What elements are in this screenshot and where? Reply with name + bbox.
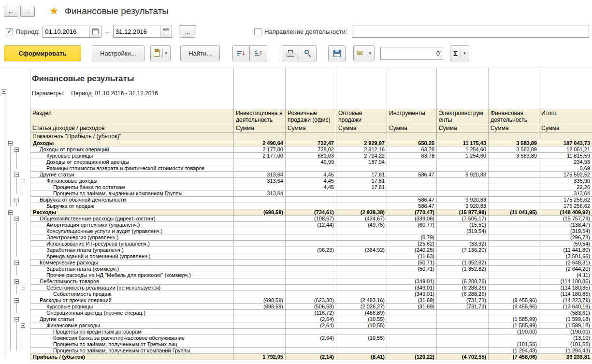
- collapse-group-icon[interactable]: [14, 279, 19, 284]
- print-preview-button[interactable]: [299, 45, 317, 61]
- mail-button[interactable]: ✉ ▾: [353, 45, 375, 61]
- cell-value: [336, 328, 387, 335]
- cell-value: [286, 190, 336, 196]
- expand-groups-button[interactable]: [250, 45, 267, 61]
- header-row-article: Статья доходов / расходов Сумма Сумма Су…: [30, 124, 592, 132]
- header-column: Оптовые продажи: [336, 109, 387, 124]
- group-bracket-line: [16, 203, 17, 206]
- cell-value: (25,62): [387, 240, 437, 247]
- cell-value: 313,64: [539, 190, 592, 196]
- table-row: Другие статьи313,644,4517,81586,479 920,…: [30, 171, 592, 177]
- cell-value: [234, 291, 286, 297]
- table-row: Общехозяйственные расходы (директ-костин…: [30, 215, 592, 221]
- cell-value: [437, 335, 489, 341]
- collapse-group-icon[interactable]: [14, 173, 19, 177]
- collapse-groups-button[interactable]: [232, 45, 250, 61]
- cell-value: [286, 284, 336, 291]
- period-to-calendar-button[interactable]: [160, 26, 172, 37]
- report-title-cell: Финансовые результаты Параметры:Период: …: [30, 68, 234, 109]
- direction-input[interactable]: [352, 26, 589, 38]
- cell-value: [489, 215, 539, 221]
- cell-value: [387, 335, 437, 341]
- group-bracket-line: [10, 146, 11, 206]
- collapse-group-icon[interactable]: [8, 210, 13, 215]
- generate-button[interactable]: Сформировать: [4, 45, 81, 61]
- clipboard-icon: [154, 50, 159, 57]
- collapse-group-icon[interactable]: [14, 198, 19, 202]
- group-bracket-line: [16, 284, 17, 294]
- group-bracket-line: [23, 328, 23, 351]
- dropdown-icon: ▾: [461, 49, 466, 58]
- cell-value: [387, 159, 437, 165]
- cell-value: 681,03: [286, 152, 336, 159]
- collapse-group-icon[interactable]: [14, 217, 19, 221]
- period-checkbox[interactable]: ✓: [6, 28, 13, 35]
- header-column: Электроинструм енты: [437, 109, 489, 124]
- save-button[interactable]: [328, 45, 346, 61]
- cell-value: (190,00): [539, 328, 592, 335]
- collapse-group-icon[interactable]: [14, 298, 19, 303]
- cell-value: [387, 322, 437, 328]
- period-from-input[interactable]: [43, 26, 89, 37]
- row-label: Себестоимость продаж: [30, 291, 234, 297]
- print-button[interactable]: [282, 45, 299, 61]
- row-label: Проценты банка по остаткам: [30, 184, 234, 190]
- cell-value: (1 352,82): [437, 259, 489, 265]
- sum-button[interactable]: Σ ▾: [450, 45, 469, 61]
- cell-value: [489, 184, 539, 190]
- collapse-group-icon[interactable]: [21, 323, 25, 328]
- copy-settings-button[interactable]: ▾: [150, 45, 171, 61]
- cell-value: (15,51): [437, 221, 489, 228]
- header-amount: Сумма: [437, 124, 489, 132]
- cell-value: [336, 341, 387, 347]
- table-row: Проценты по займам, полученным от Третьи…: [30, 341, 592, 347]
- collapse-group-icon[interactable]: [8, 141, 13, 146]
- collapse-group-icon[interactable]: [14, 317, 19, 321]
- favorite-star-icon[interactable]: ★: [49, 5, 59, 17]
- collapse-group-icon[interactable]: [21, 286, 25, 290]
- cell-value: 2 177,00: [234, 146, 286, 152]
- counter-input[interactable]: [380, 47, 443, 60]
- cell-value: 3 583,89: [489, 140, 539, 146]
- table-row: Консультационные услуги и аудит (управле…: [30, 228, 592, 234]
- cell-value: [336, 196, 387, 203]
- forward-button[interactable]: →: [20, 6, 35, 17]
- collapse-group-icon[interactable]: [2, 89, 6, 94]
- period-more-button[interactable]: ...: [179, 25, 196, 38]
- cell-value: (349,01): [387, 284, 437, 291]
- settings-button[interactable]: Настройки...: [92, 45, 144, 61]
- cell-value: [387, 341, 437, 347]
- cell-value: [234, 234, 286, 240]
- cell-value: 1 792,05: [234, 353, 286, 360]
- collapse-group-icon[interactable]: [14, 147, 19, 152]
- find-button[interactable]: Найти...: [180, 45, 220, 61]
- collapse-group-icon[interactable]: [14, 261, 19, 265]
- collapse-group-icon[interactable]: [21, 179, 25, 183]
- table-row: Курсовые разницы2 177,00681,032 724,2263…: [30, 152, 592, 159]
- back-button[interactable]: ←: [4, 6, 18, 17]
- cell-value: (2,14): [286, 353, 336, 360]
- cell-value: 46,99: [286, 159, 336, 165]
- period-to-input[interactable]: [114, 26, 160, 37]
- row-label: Проценты по займам, выданным компаниям Г…: [30, 190, 234, 196]
- cell-value: (384,92): [336, 247, 387, 253]
- empty-cell: [489, 68, 539, 109]
- cell-value: (120,22): [387, 353, 437, 360]
- period-from-calendar-button[interactable]: [89, 26, 101, 37]
- cell-value: (15 757,79): [539, 215, 592, 221]
- direction-checkbox[interactable]: [254, 28, 261, 35]
- cell-value: (50,71): [387, 259, 437, 265]
- cell-value: [336, 253, 387, 259]
- cell-value: [437, 159, 489, 165]
- cell-value: [234, 278, 286, 284]
- cell-value: [437, 165, 489, 171]
- empty-cell: [539, 68, 592, 109]
- cell-value: [489, 272, 539, 278]
- cell-value: [336, 278, 387, 284]
- cell-value: [336, 234, 387, 240]
- cell-value: [336, 347, 387, 353]
- row-label: Финансовые доходы: [30, 177, 234, 184]
- row-label: Разницы стоимости возврата и фактической…: [30, 165, 234, 171]
- cell-value: (11 441,80): [539, 247, 592, 253]
- header-column: Инвестиционна я деятельность: [234, 109, 286, 124]
